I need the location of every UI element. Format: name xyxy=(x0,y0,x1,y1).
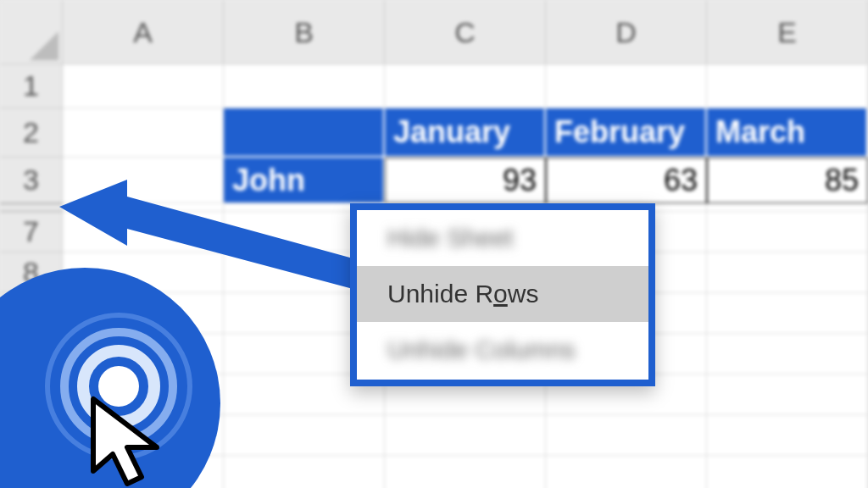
col-header-A[interactable]: A xyxy=(63,0,224,64)
row-header-7[interactable]: 7 xyxy=(0,212,63,252)
column-header-row: A B C D E xyxy=(0,0,868,64)
cell-E3-value[interactable]: 85 xyxy=(707,158,868,203)
cell-C2-header[interactable]: January xyxy=(385,108,546,158)
cell-A3[interactable] xyxy=(63,158,224,203)
select-all-icon xyxy=(30,31,58,60)
menu-item-unhide-columns[interactable]: Unhide Columns xyxy=(357,322,648,378)
row-header-3[interactable]: 3 xyxy=(0,158,63,203)
cell-C1[interactable] xyxy=(385,64,546,108)
select-all-corner[interactable] xyxy=(0,0,63,64)
row-1: 1 xyxy=(0,64,868,108)
cell-A2[interactable] xyxy=(63,108,224,158)
col-header-C[interactable]: C xyxy=(385,0,546,64)
cell-D3-value[interactable]: 63 xyxy=(546,158,707,203)
row-3: 3 John 93 63 85 xyxy=(0,158,868,203)
cell-A7[interactable] xyxy=(63,212,224,252)
cell-D1[interactable] xyxy=(546,64,707,108)
cell-E7[interactable] xyxy=(707,212,868,252)
col-header-B[interactable]: B xyxy=(224,0,385,64)
row-2: 2 January February March xyxy=(0,108,868,158)
cell-B3-name[interactable]: John xyxy=(224,158,385,203)
cell-E8[interactable] xyxy=(707,252,868,293)
menu-item-unhide-rows[interactable]: Unhide Rows xyxy=(357,266,648,322)
menu-item-label: Unhide Rows xyxy=(387,280,538,308)
cell-E1[interactable] xyxy=(707,64,868,108)
cell-B2[interactable] xyxy=(224,108,385,158)
menu-item-hide-sheet[interactable]: Hide Sheet xyxy=(357,210,648,266)
context-menu: Hide Sheet Unhide Rows Unhide Columns xyxy=(350,203,655,386)
col-header-D[interactable]: D xyxy=(546,0,707,64)
svg-marker-0 xyxy=(30,31,58,60)
col-header-E[interactable]: E xyxy=(707,0,868,64)
cell-D2-header[interactable]: February xyxy=(546,108,707,158)
cell-C3-value[interactable]: 93 xyxy=(385,158,546,203)
row-header-2[interactable]: 2 xyxy=(0,108,63,158)
cell-A1[interactable] xyxy=(63,64,224,108)
cell-E2-header[interactable]: March xyxy=(707,108,868,158)
cursor-icon xyxy=(89,395,182,488)
svg-marker-7 xyxy=(93,399,157,484)
row-header-1[interactable]: 1 xyxy=(0,64,63,108)
cell-B1[interactable] xyxy=(224,64,385,108)
